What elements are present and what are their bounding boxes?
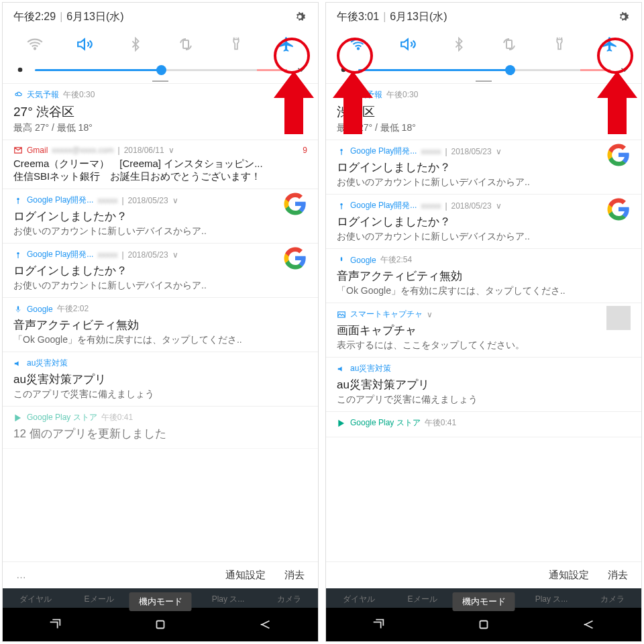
- toast: 機内モード: [453, 592, 515, 611]
- gear-icon[interactable]: [616, 9, 631, 24]
- notif-gmail[interactable]: Gmailxxxxx@xxxx.com| 2018/06/11∨9 Creema…: [3, 140, 318, 189]
- svg-point-4: [17, 197, 19, 200]
- key-icon: [13, 196, 23, 205]
- notif-playstore[interactable]: Google Play ストア午後0:41: [326, 412, 641, 437]
- key-icon: [337, 147, 346, 156]
- notif-au[interactable]: au災害対策 au災害対策アプリ このアプリで災害に備えましょう: [3, 352, 318, 407]
- svg-rect-14: [341, 257, 342, 261]
- wifi-icon[interactable]: [346, 32, 370, 56]
- svg-point-13: [340, 203, 343, 205]
- mic-icon: [337, 256, 346, 265]
- dock-play[interactable]: Play ス...: [535, 594, 568, 605]
- recent-icon[interactable]: [48, 617, 62, 632]
- notif-gplay-2[interactable]: Google Play開発...xxxxx| 2018/05/23∨ ログインし…: [326, 195, 641, 249]
- notif-voice[interactable]: Google午後2:02 音声アクティビティ無効 「Ok Google」を有効に…: [3, 298, 318, 352]
- clear-button[interactable]: 消去: [608, 569, 628, 582]
- megaphone-icon: [337, 364, 346, 374]
- dock-play[interactable]: Play ス...: [212, 594, 245, 605]
- dock-dial[interactable]: ダイヤル: [19, 594, 52, 605]
- notif-settings-button[interactable]: 通知設定: [549, 569, 589, 582]
- dock-camera[interactable]: カメラ: [277, 594, 301, 605]
- mic-icon: [13, 305, 23, 314]
- notif-footer: … 通知設定 消去: [3, 561, 318, 588]
- clock: 午後3:01|6月13日(水): [337, 10, 447, 24]
- quick-settings: [3, 28, 318, 59]
- airplane-icon[interactable]: [598, 32, 622, 56]
- megaphone-icon: [13, 359, 23, 368]
- image-icon: [337, 310, 346, 319]
- google-logo-icon: [606, 197, 631, 221]
- airplane-icon[interactable]: [274, 32, 299, 56]
- toast: 機内モード: [129, 592, 192, 611]
- gmail-icon: [13, 146, 23, 155]
- back-icon[interactable]: [258, 617, 273, 632]
- weather-icon: [337, 91, 346, 100]
- sound-icon[interactable]: [396, 32, 421, 56]
- thumbnail: [606, 306, 631, 330]
- dock-camera[interactable]: カメラ: [600, 594, 625, 605]
- phone-left: 午後2:29|6月13日(水) 天気予報午後0:30 27° 渋谷区 最高 27…: [2, 2, 319, 642]
- sound-icon[interactable]: [73, 32, 97, 56]
- quick-settings: [326, 28, 641, 59]
- nav-bar: [3, 608, 318, 641]
- google-logo-icon: [606, 143, 631, 167]
- sun-icon: [337, 63, 350, 76]
- status-header: 午後2:29|6月13日(水): [3, 3, 318, 28]
- notif-settings-button[interactable]: 通知設定: [225, 569, 266, 582]
- notif-weather[interactable]: 天気予報午後0:30 27° 渋谷区 最高 27° / 最低 18°: [3, 84, 318, 140]
- rotate-icon[interactable]: [174, 32, 198, 56]
- chevron-down-icon[interactable]: [619, 64, 631, 76]
- dock-email[interactable]: Eメール: [85, 594, 114, 605]
- phone-right: 午後3:01|6月13日(水) 天気予報午後0:30 渋谷区 最高 27° / …: [325, 2, 642, 642]
- notif-gplay-1[interactable]: Google Play開発...xxxxx| 2018/05/23∨ ログインし…: [3, 189, 318, 244]
- recent-icon[interactable]: [371, 617, 386, 632]
- dock-dial[interactable]: ダイヤル: [343, 594, 375, 605]
- gear-icon[interactable]: [292, 9, 307, 24]
- brightness-slider[interactable]: [326, 59, 641, 79]
- svg-point-10: [341, 68, 346, 72]
- bluetooth-icon[interactable]: [447, 32, 471, 56]
- notif-gplay-1[interactable]: Google Play開発...xxxxx| 2018/05/23∨ ログインし…: [326, 140, 641, 195]
- wifi-icon[interactable]: [23, 32, 47, 56]
- flashlight-icon[interactable]: [224, 32, 248, 56]
- dock: ダイヤル Eメール ブラウザ Play ス... カメラ 機内モード: [326, 588, 641, 608]
- chevron-down-icon[interactable]: [295, 64, 307, 76]
- notifications: 天気予報午後0:30 渋谷区 最高 27° / 最低 18° Google Pl…: [326, 83, 641, 561]
- rotate-icon[interactable]: [497, 32, 521, 56]
- flashlight-icon[interactable]: [547, 32, 572, 56]
- notifications: 天気予報午後0:30 27° 渋谷区 最高 27° / 最低 18° Gmail…: [3, 83, 318, 561]
- home-icon[interactable]: [476, 617, 491, 632]
- notif-smartcapture[interactable]: スマートキャプチャ∨ 画面キャプチャ 表示するには、ここをタップしてください。: [326, 303, 641, 358]
- notif-voice[interactable]: Google午後2:54 音声アクティビティ無効 「Ok Google」を有効に…: [326, 249, 641, 303]
- key-icon: [13, 250, 23, 260]
- more-icon[interactable]: …: [16, 569, 28, 582]
- svg-rect-7: [156, 621, 164, 629]
- svg-point-12: [340, 148, 343, 151]
- weather-icon: [13, 91, 23, 100]
- bluetooth-icon[interactable]: [123, 32, 148, 56]
- dock-email[interactable]: Eメール: [408, 594, 437, 605]
- svg-point-0: [34, 48, 35, 49]
- status-header: 午後3:01|6月13日(水): [326, 3, 641, 28]
- svg-point-8: [357, 48, 358, 49]
- svg-rect-1: [183, 40, 189, 48]
- clear-button[interactable]: 消去: [284, 569, 305, 582]
- notif-weather[interactable]: 天気予報午後0:30 渋谷区 最高 27° / 最低 18°: [326, 84, 641, 140]
- dock: ダイヤル Eメール ブラウザ Play ス... カメラ 機内モード: [3, 588, 318, 608]
- svg-rect-16: [480, 621, 487, 629]
- notif-au[interactable]: au災害対策 au災害対策アプリ このアプリで災害に備えましょう: [326, 358, 641, 412]
- back-icon[interactable]: [582, 617, 596, 632]
- svg-point-11: [339, 93, 341, 96]
- notif-gplay-2[interactable]: Google Play開発...xxxxx| 2018/05/23∨ ログインし…: [3, 244, 318, 298]
- notif-playstore[interactable]: Google Play ストア午後0:41 12 個のアプリを更新しました: [3, 407, 318, 449]
- brightness-slider[interactable]: [3, 59, 318, 79]
- home-icon[interactable]: [153, 617, 168, 632]
- play-icon: [337, 419, 346, 428]
- svg-rect-6: [17, 306, 19, 310]
- nav-bar: [326, 608, 641, 641]
- svg-point-3: [15, 93, 18, 96]
- key-icon: [337, 201, 346, 211]
- svg-rect-9: [506, 40, 512, 48]
- clock: 午後2:29|6月13日(水): [13, 10, 124, 24]
- svg-point-2: [18, 68, 23, 72]
